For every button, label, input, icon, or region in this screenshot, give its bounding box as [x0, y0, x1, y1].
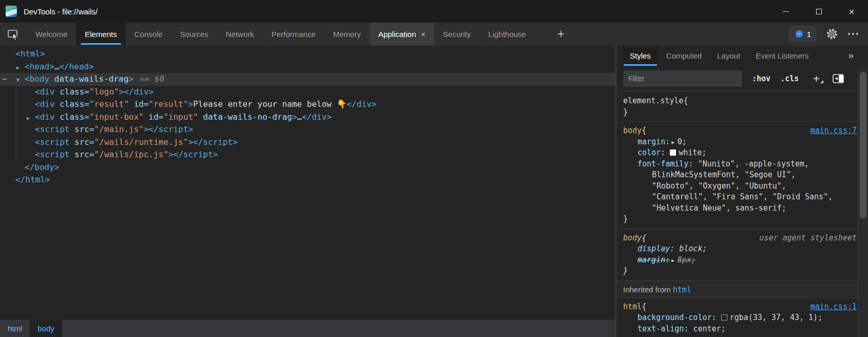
styles-sidebar: StylesComputedLayoutEvent Listeners» :ho… [615, 45, 868, 337]
tree-row[interactable]: ▶<div class="input-box" id="input" data-… [0, 111, 615, 124]
styles-filter-row: :hov .cls + [616, 66, 868, 91]
scrollbar-thumb[interactable] [860, 72, 866, 218]
styles-scrollbar[interactable] [858, 66, 868, 337]
child-indent-guide [16, 86, 16, 161]
declaration-line[interactable]: BlinkMacSystemFont, "Segoe UI", [623, 170, 857, 181]
tab-performance[interactable]: Performance [263, 23, 324, 45]
style-rule: body {user agent stylesheetdisplay: bloc… [616, 229, 868, 281]
tree-row[interactable]: </body> [0, 161, 615, 174]
tab-memory[interactable]: Memory [324, 23, 370, 45]
toolbar-divider [0, 45, 868, 46]
sidebar-tabs: StylesComputedLayoutEvent Listeners» [616, 45, 868, 66]
stylesheet-source-link[interactable]: main.css:7 [811, 125, 857, 137]
close-icon: × [848, 7, 854, 16]
maximize-icon [816, 9, 822, 14]
declaration-line[interactable]: display: block; [623, 244, 857, 255]
tab-security[interactable]: Security [434, 23, 479, 45]
tab-lighthouse[interactable]: Lighthouse [479, 23, 534, 45]
rule-selector-line[interactable]: element.style { [623, 96, 857, 107]
tree-row[interactable]: </html> [0, 174, 615, 186]
devtools-window: { "window": { "title": "DevTools - file:… [0, 0, 868, 337]
three-dots-icon [848, 33, 858, 35]
issues-counter-button[interactable]: 1 [789, 26, 816, 42]
rule-close-brace: } [623, 107, 857, 118]
dom-tree: <html>▶<head>…</head>⋯▼<body data-wails-… [0, 45, 615, 320]
tree-row[interactable]: <html> [0, 48, 615, 61]
tree-row[interactable]: <script src="/wails/ipc.js"></script> [0, 148, 615, 161]
more-options-button[interactable] [848, 33, 858, 35]
expand-arrow-icon[interactable]: ▶ [16, 62, 25, 74]
add-panel-button[interactable]: + [550, 23, 572, 45]
tab-elements[interactable]: Elements [76, 23, 126, 45]
color-swatch[interactable] [670, 149, 676, 156]
rule-selector-line[interactable]: body {main.css:7 [623, 125, 857, 137]
expand-arrow-icon[interactable]: ▶ [27, 112, 35, 125]
declaration-line[interactable]: margin:▶8px; [623, 255, 857, 266]
minimize-button[interactable] [769, 0, 802, 23]
inherited-node-link[interactable]: html [673, 285, 691, 294]
style-rule: element.style {} [616, 92, 868, 122]
declaration-line[interactable]: color: white; [623, 147, 857, 159]
stylesheet-source-link[interactable]: main.css:1 [811, 302, 857, 313]
toolbar-right: 1 [789, 23, 868, 45]
rule-selector-line[interactable]: html {main.css:1 [623, 302, 857, 313]
close-tab-icon[interactable]: × [421, 30, 426, 38]
tree-row[interactable]: <div class="result" id="result">Please e… [0, 98, 615, 111]
styles-filter-input[interactable] [623, 70, 742, 87]
rule-selector-line[interactable]: body {user agent stylesheet [623, 233, 857, 244]
gear-icon [826, 28, 838, 40]
issues-count: 1 [807, 30, 811, 39]
expand-shorthand-icon[interactable]: ▶ [671, 255, 674, 267]
tab-application[interactable]: Application× [370, 23, 434, 45]
declaration-line[interactable]: "Cantarell", "Fira Sans", "Droid Sans", [623, 192, 857, 203]
style-rules-list: element.style {}body {main.css:7margin:▶… [616, 92, 868, 337]
tab-network[interactable]: Network [217, 23, 263, 45]
expand-shorthand-icon[interactable]: ▶ [671, 137, 674, 148]
plus-icon: + [557, 27, 565, 41]
declaration-line[interactable]: "Roboto", "Oxygen", "Ubuntu", [623, 181, 857, 192]
tree-row[interactable]: <script src="/main.js"></script> [0, 123, 615, 136]
breadcrumb-body[interactable]: body [30, 320, 62, 337]
tree-row[interactable]: <div class="logo"></div> [0, 86, 615, 99]
more-sidebar-tabs-button[interactable]: » [848, 45, 854, 66]
declaration-line[interactable]: font-family: "Nunito", -apple-system, [623, 159, 857, 170]
style-rule: html {main.css:1background-color: rgba(3… [616, 298, 868, 337]
dom-breadcrumb-bar: htmlbody [0, 320, 615, 337]
window-controls: × [769, 0, 868, 23]
settings-button[interactable] [826, 28, 838, 40]
sidebar-tab-styles[interactable]: Styles [622, 45, 659, 66]
sidebar-tab-event-listeners[interactable]: Event Listeners [748, 45, 816, 66]
inspect-element-button[interactable] [0, 23, 27, 45]
expand-arrow-icon[interactable]: ▼ [16, 74, 25, 87]
breadcrumb-html[interactable]: html [0, 320, 30, 337]
row-menu-icon[interactable]: ⋯ [2, 73, 7, 86]
window-title: DevTools - file://wails/ [24, 7, 98, 16]
tab-console[interactable]: Console [126, 23, 171, 45]
tab-welcome[interactable]: Welcome [27, 23, 76, 45]
color-swatch[interactable] [721, 314, 727, 321]
declaration-line[interactable]: background-color: rgba(33, 37, 43, 1); [623, 312, 857, 324]
computed-sidebar-toggle-button[interactable] [833, 74, 844, 83]
new-style-rule-button[interactable]: + [810, 72, 822, 85]
tree-row[interactable]: ▶<head>…</head> [0, 61, 615, 73]
window-titlebar: DevTools - file://wails/ × [0, 0, 868, 23]
tree-row[interactable]: <script src="/wails/runtime.js"></script… [0, 136, 615, 149]
sidebar-tab-layout[interactable]: Layout [709, 45, 748, 66]
toggle-element-state-button[interactable]: :hov [752, 74, 770, 83]
close-button[interactable]: × [835, 0, 868, 23]
rule-close-brace: } [623, 214, 857, 225]
element-classes-button[interactable]: .cls [780, 74, 799, 83]
sidebar-tab-computed[interactable]: Computed [659, 45, 709, 66]
elements-panel: <html>▶<head>…</head>⋯▼<body data-wails-… [0, 45, 615, 337]
maximize-button[interactable] [802, 0, 835, 23]
rule-close-brace: } [623, 266, 857, 277]
declaration-line[interactable]: text-align: center; [623, 324, 857, 335]
user-agent-note: user agent stylesheet [759, 233, 857, 244]
tree-row[interactable]: ⋯▼<body data-wails-drag>== $0 [0, 73, 615, 86]
toolbar-tabs: WelcomeElementsConsoleSourcesNetworkPerf… [27, 23, 535, 45]
declaration-line[interactable]: margin:▶0; [623, 137, 857, 148]
issues-bubble-icon [795, 30, 804, 39]
selected-node-badge: == $0 [140, 74, 164, 84]
declaration-line[interactable]: "Helvetica Neue", sans-serif; [623, 203, 857, 214]
tab-sources[interactable]: Sources [171, 23, 217, 45]
